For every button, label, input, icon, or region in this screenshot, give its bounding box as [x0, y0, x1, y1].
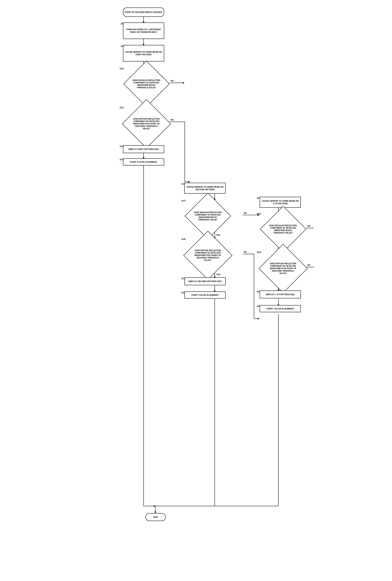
s25-node: START COLOR ALIGNMENT: [260, 305, 301, 312]
svg-marker-62: [155, 512, 156, 513]
s14-text: EMPLOY FIRST PATTERN SIZE: [128, 148, 159, 150]
svg-text:NO: NO: [307, 225, 311, 227]
end-node: END: [146, 513, 166, 521]
svg-text:NO: NO: [307, 264, 311, 266]
s17-diamond: DOES REGULAR REFLECTION COMPONENT OF DET…: [185, 200, 231, 232]
s23-text: DOES DIFFUSE REFLECTION COMPONENT OF DET…: [268, 262, 298, 274]
s11-text: CAUSE SENSOR TO SHINE BEAM ON FIRST PATT…: [124, 50, 163, 56]
s17-text: DOES REGULAR REFLECTION COMPONENT OF DET…: [194, 211, 222, 221]
s18-text: DOES DIFFUSE REFLECTION COMPONENT OF DET…: [193, 249, 223, 262]
s24-text: EMPLOY n-TH PATTERN SIZE: [266, 293, 295, 296]
s20-text: START COLOR ALIGNMENT: [191, 294, 219, 296]
s21-node: CAUSE SENSOR TO SHINE BEAM ON n-TH PATTE…: [260, 197, 301, 208]
s10-node: FORM PATTERNS OF n DIFFERENT SIZES ON TR…: [123, 22, 164, 39]
s22-text: DOES REGULAR REFLECTION COMPONENT OF DET…: [269, 224, 297, 234]
s16-node: CAUSE SENSOR TO SHINE BEAM ON SECOND PAT…: [185, 183, 225, 194]
s19-node: EMPLOY SECOND PATTERN SIZE: [185, 278, 225, 285]
s19-text: EMPLOY SECOND PATTERN SIZE: [188, 280, 221, 283]
s14-node: EMPLOY FIRST PATTERN SIZE: [123, 145, 164, 153]
s15-node: START COLOR ALIGNMENT: [123, 158, 164, 166]
s20-node: START COLOR ALIGNMENT: [185, 292, 225, 298]
s13-diamond: DOES DIFFUSE REFLECTION COMPONENT OF DET…: [123, 106, 170, 141]
svg-marker-19: [154, 505, 155, 507]
s16-text: CAUSE SENSOR TO SHINE BEAM ON SECOND PAT…: [186, 186, 224, 191]
svg-text:YES: YES: [216, 273, 220, 276]
s13-text: DOES DIFFUSE REFLECTION COMPONENT OF DET…: [131, 118, 161, 130]
svg-text:NO: NO: [244, 251, 247, 253]
s22-diamond: DOES REGULAR REFLECTION COMPONENT OF DET…: [260, 213, 306, 246]
flowchart: YES NO YES NO YES NO YES: [112, 4, 280, 528]
s12-text: DOES REGULAR REFLECTION COMPONENT OF DET…: [132, 79, 161, 89]
svg-marker-39: [258, 318, 259, 320]
end-label: END: [153, 516, 158, 518]
svg-marker-10: [183, 82, 185, 84]
s12-diamond: DOES REGULAR REFLECTION COMPONENT OF DET…: [123, 68, 170, 100]
svg-text:NO: NO: [171, 119, 174, 121]
s24-node: EMPLOY n-TH PATTERN SIZE: [260, 290, 301, 298]
start-label: START OF PATTERN WIDTH CONTROL: [125, 11, 163, 14]
s18-diamond: DOES DIFFUSE REFLECTION COMPONENT OF DET…: [185, 238, 231, 273]
svg-text:NO: NO: [171, 80, 174, 82]
svg-text:YES: YES: [216, 234, 220, 236]
s21-text: CAUSE SENSOR TO SHINE BEAM ON n-TH PATTE…: [261, 200, 300, 205]
s11-node: CAUSE SENSOR TO SHINE BEAM ON FIRST PATT…: [123, 45, 164, 62]
svg-marker-23: [189, 181, 190, 183]
s10-text: FORM PATTERNS OF n DIFFERENT SIZES ON TR…: [124, 28, 163, 34]
s23-diamond: DOES DIFFUSE REFLECTION COMPONENT OF DET…: [260, 251, 306, 286]
svg-text:NO: NO: [244, 212, 247, 214]
start-node: START OF PATTERN WIDTH CONTROL: [123, 8, 164, 17]
s15-text: START COLOR ALIGNMENT: [130, 160, 158, 163]
s25-text: START COLOR ALIGNMENT: [267, 307, 294, 310]
